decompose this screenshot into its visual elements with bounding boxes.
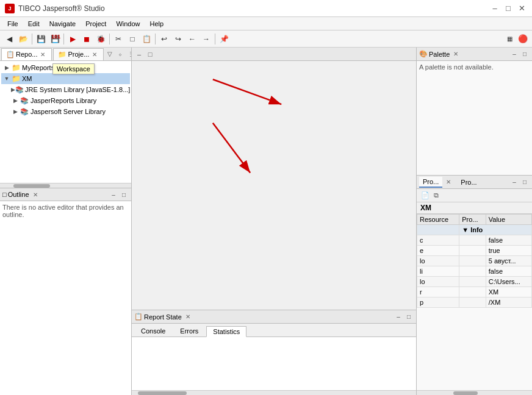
close-window-button[interactable]: ✕ [516, 3, 527, 14]
cell-value-lo2: C:\Users... [486, 277, 531, 287]
tab-project[interactable]: 📁 Proje... ✕ [53, 48, 104, 60]
toolbar-open-btn[interactable]: 📂 [16, 32, 30, 46]
props-tab-1[interactable]: Pro... [419, 177, 442, 188]
outline-close-btn[interactable]: ✕ [32, 191, 39, 198]
cell-prop-r [459, 287, 486, 297]
cell-value-p: /XM [486, 297, 531, 308]
left-panel-tab-row: 📋 Repo... ✕ 📁 Proje... ✕ Workspace ▽ ⬦ ⋮ [0, 48, 131, 61]
palette-message: A palette is not available. [419, 63, 494, 71]
tree-hscroll-thumb[interactable] [13, 184, 50, 188]
editor-header: – □ [132, 48, 416, 61]
minimize-window-button[interactable]: – [489, 3, 500, 14]
toolbar-sep-4 [155, 34, 156, 44]
toolbar-paste-btn[interactable]: 📋 [140, 32, 153, 46]
cell-prop-li [459, 266, 486, 277]
outline-section: □ Outline ✕ – □ There is no active edito… [0, 188, 131, 395]
toolbar-undo-btn[interactable]: ↩ [157, 32, 171, 46]
workspace-tooltip: Workspace [52, 63, 95, 74]
toolbar-debug-btn[interactable]: 🐞 [94, 32, 107, 46]
cell-resource-lo1: lo [417, 256, 459, 266]
props-tab-2[interactable]: Pro... [457, 177, 480, 187]
toolbar-new-btn[interactable]: ◀ [2, 32, 16, 46]
tree-item-xm[interactable]: ▼ 📁 XM [1, 73, 130, 84]
menu-file[interactable]: File [2, 19, 23, 29]
palette-close-btn[interactable]: ✕ [452, 51, 459, 58]
editor-maximize-btn[interactable]: □ [145, 49, 155, 59]
toolbar-scissors-btn[interactable]: ✂ [112, 32, 125, 46]
menu-project[interactable]: Project [81, 19, 111, 29]
tab-repository[interactable]: 📋 Repo... ✕ [1, 48, 52, 60]
tab-project-close[interactable]: ✕ [91, 51, 98, 58]
report-state-hscroll[interactable] [132, 390, 416, 395]
menu-window[interactable]: Window [111, 19, 145, 29]
tree-item-jaspersoft-server[interactable]: ▶ 📚 Jaspersoft Server Library [1, 106, 130, 117]
props-maximize-btn[interactable]: □ [520, 177, 530, 187]
tree-toggle-jaspersoft-server[interactable]: ▶ [11, 109, 20, 115]
toolbar-save-all-btn[interactable]: 101💾 [48, 32, 62, 46]
palette-panel: 🎨 Palette ✕ – □ A palette is not availab… [417, 48, 532, 176]
toolbar-run-btn[interactable]: ▶ [66, 32, 79, 46]
props-new-icon[interactable]: 📄 [420, 191, 430, 201]
tab-repo-close[interactable]: ✕ [39, 51, 46, 58]
props-minimize-btn[interactable]: – [509, 177, 519, 187]
toolbar-stop-btn[interactable]: ◼ [80, 32, 93, 46]
folder-icon-myreports: 📁 [11, 63, 21, 73]
tree-toggle-xm[interactable]: ▼ [2, 76, 11, 82]
tree-toggle-jasperreports[interactable]: ▶ [11, 98, 20, 104]
tree-item-jasperreports[interactable]: ▶ 📚 JasperReports Library [1, 95, 130, 106]
toolbar-icon-btn[interactable]: 🔴 [516, 32, 530, 46]
tree-label-jre: JRE System Library [JavaSE-1.8...] [25, 86, 130, 93]
tab-errors[interactable]: Errors [173, 326, 205, 336]
table-row-p: p /XM [417, 297, 532, 308]
toolbar-back-btn[interactable]: ← [185, 32, 199, 46]
toolbar-pin-btn[interactable]: 📌 [217, 32, 231, 46]
palette-maximize-btn[interactable]: □ [520, 49, 530, 59]
tree-toggle-jre[interactable]: ▶ [11, 87, 15, 93]
project-tree[interactable]: ▶ 📁 MyReports ▼ 📁 XM ▶ 📚 JRE System Libr… [0, 61, 131, 183]
cell-value-li: false [486, 266, 531, 277]
lib-icon-jre: 📚 [15, 85, 24, 94]
props-tab-1-close[interactable]: ✕ [445, 179, 452, 186]
report-state-hscroll-thumb[interactable] [138, 391, 187, 395]
project-icon: 📁 [59, 51, 66, 58]
menu-edit[interactable]: Edit [23, 19, 45, 29]
props-copy-icon[interactable]: ⧉ [431, 191, 441, 201]
tree-toggle-myreports[interactable]: ▶ [2, 65, 11, 71]
toolbar-save-btn[interactable]: 💾 [34, 32, 48, 46]
props-hscroll-thumb[interactable] [453, 391, 478, 395]
cell-value-lo1: 5 авуст... [486, 256, 531, 266]
lib-icon-jasperreports: 📚 [20, 96, 29, 105]
panel-menu-btn[interactable]: ⋮ [126, 49, 135, 59]
table-row-lo1: lo 5 авуст... [417, 256, 532, 266]
palette-title: Palette [429, 51, 450, 58]
properties-scroll[interactable]: Resource Pro... Value ▼ Info c [417, 214, 532, 390]
props-hscroll[interactable] [417, 390, 532, 395]
main-area: 📋 Repo... ✕ 📁 Proje... ✕ Workspace ▽ ⬦ ⋮… [0, 48, 532, 395]
svg-line-1 [213, 123, 250, 173]
palette-minimize-btn[interactable]: – [509, 49, 519, 59]
toolbar-perspectives-btn[interactable]: ▦ [504, 32, 516, 46]
tree-item-jre[interactable]: ▶ 📚 JRE System Library [JavaSE-1.8...] [1, 84, 130, 95]
window-controls: – □ ✕ [489, 3, 527, 14]
outline-minimize-btn[interactable]: – [109, 190, 118, 199]
tree-hscroll[interactable] [0, 183, 131, 188]
filter-btn[interactable]: ⬦ [115, 49, 125, 59]
maximize-window-button[interactable]: □ [503, 3, 514, 14]
toolbar-copy-btn[interactable]: □ [126, 32, 139, 46]
collapse-all-btn[interactable]: ▽ [105, 49, 115, 59]
toolbar-redo-btn[interactable]: ↪ [171, 32, 185, 46]
properties-title-row: 📄 ⧉ [417, 189, 532, 202]
report-state-minimize-btn[interactable]: – [394, 312, 403, 322]
outline-maximize-btn[interactable]: □ [119, 190, 129, 199]
toolbar-forward-btn[interactable]: → [200, 32, 213, 46]
table-row-e: e true [417, 246, 532, 256]
tab-statistics[interactable]: Statistics [206, 326, 246, 337]
report-state-close-btn[interactable]: ✕ [184, 313, 192, 321]
report-state-maximize-btn[interactable]: □ [404, 312, 414, 322]
menu-navigate[interactable]: Navigate [45, 19, 81, 29]
outline-message: There is no active editor that provides … [2, 204, 124, 218]
menu-help[interactable]: Help [145, 19, 169, 29]
tab-console[interactable]: Console [134, 326, 172, 336]
editor-minimize-btn[interactable]: – [134, 49, 144, 59]
table-row-lo2: lo C:\Users... [417, 277, 532, 287]
